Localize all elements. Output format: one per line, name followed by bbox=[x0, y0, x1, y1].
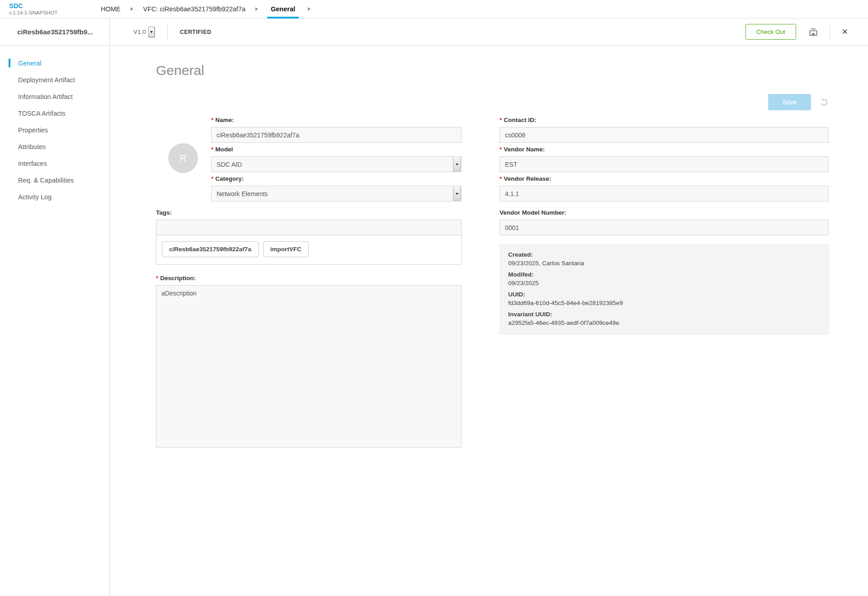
breadcrumb-vfc-label: VFC: ciResb6ae3521759fb922af7a bbox=[143, 5, 246, 13]
divider bbox=[830, 24, 830, 40]
description-textarea[interactable]: aDescription bbox=[156, 285, 462, 448]
vendor-name-field-group: * Vendor Name: bbox=[500, 145, 829, 172]
refresh-icon bbox=[819, 98, 829, 107]
model-field-group: * Model SDC AID bbox=[211, 145, 462, 172]
breadcrumb: HOME VFC: ciResb6ae3521759fb922af7a Gene… bbox=[97, 0, 317, 18]
tags-label: Tags: bbox=[156, 209, 462, 217]
sidebar-item-information-artifact[interactable]: Information Artifact bbox=[0, 88, 109, 105]
breadcrumb-general-label: General bbox=[271, 5, 295, 13]
created-value: 09/23/2025, Carlos Santana bbox=[508, 260, 820, 267]
tags-container: ciResb6ae3521759fb922af7a importVFC bbox=[156, 235, 462, 265]
version-dropdown-spinner[interactable] bbox=[148, 27, 155, 38]
required-marker: * bbox=[156, 274, 158, 282]
breadcrumb-home-label: HOME bbox=[101, 5, 121, 13]
breadcrumb-arrow-icon bbox=[131, 7, 133, 11]
general-page: General R * Name: bbox=[110, 46, 868, 596]
sidebar-menu: General Deployment Artifact Information … bbox=[0, 46, 109, 205]
category-label: * Category: bbox=[211, 175, 462, 183]
vendor-model-number-field-group: Vendor Model Number: bbox=[500, 209, 829, 235]
invariant-uuid-label: Invariant UUID: bbox=[508, 311, 820, 318]
contact-id-label: * Contact ID: bbox=[500, 116, 829, 124]
tag-chip[interactable]: importVFC bbox=[263, 241, 309, 257]
chevron-down-icon bbox=[456, 164, 458, 165]
required-marker: * bbox=[500, 175, 502, 183]
name-label: * Name: bbox=[211, 116, 462, 124]
save-button[interactable]: Save bbox=[768, 94, 811, 110]
avatar: R bbox=[168, 143, 198, 173]
close-button[interactable]: ✕ bbox=[842, 28, 848, 36]
name-field-group: * Name: bbox=[211, 116, 462, 143]
avatar-letter: R bbox=[180, 153, 186, 164]
sidebar: ciResb6ae3521759fb9... General Deploymen… bbox=[0, 19, 110, 596]
uuid-value: fd3dd69a-610d-45c5-84e4-be28192385e9 bbox=[508, 300, 820, 306]
sidebar-item-label: Information Artifact bbox=[18, 93, 73, 100]
vendor-release-label: * Vendor Release: bbox=[500, 175, 829, 183]
vendor-release-input[interactable] bbox=[500, 186, 829, 202]
metadata-panel: Created: 09/23/2025, Carlos Santana Modi… bbox=[500, 244, 829, 335]
category-field-group: * Category: Network Elements bbox=[211, 175, 462, 202]
vendor-model-number-input[interactable] bbox=[500, 220, 829, 235]
version-label: V1.0 bbox=[133, 28, 146, 35]
breadcrumb-general[interactable]: General bbox=[264, 0, 302, 19]
select-dropdown-button[interactable] bbox=[453, 187, 461, 201]
sidebar-item-label: Deployment Artifact bbox=[18, 76, 75, 84]
sidebar-item-label: Properties bbox=[18, 127, 48, 134]
sidebar-item-label: Activity Log bbox=[18, 193, 52, 201]
description-label: * Description: bbox=[156, 274, 462, 282]
active-tab-underline bbox=[267, 17, 299, 19]
breadcrumb-vfc[interactable]: VFC: ciResb6ae3521759fb922af7a bbox=[140, 0, 250, 19]
vendor-model-number-label: Vendor Model Number: bbox=[500, 209, 829, 217]
contact-id-field-group: * Contact ID: bbox=[500, 116, 829, 143]
sidebar-item-label: Interfaces bbox=[18, 160, 47, 167]
breadcrumb-arrow-icon bbox=[255, 7, 258, 11]
vendor-release-field-group: * Vendor Release: bbox=[500, 175, 829, 202]
sidebar-item-interfaces[interactable]: Interfaces bbox=[0, 155, 109, 172]
model-select[interactable]: SDC AID bbox=[211, 156, 462, 172]
required-marker: * bbox=[500, 116, 502, 124]
select-dropdown-button[interactable] bbox=[453, 157, 461, 171]
created-label: Created: bbox=[508, 251, 820, 258]
breadcrumb-home[interactable]: HOME bbox=[97, 0, 124, 19]
chevron-down-icon bbox=[150, 31, 153, 33]
vendor-name-input[interactable] bbox=[500, 156, 829, 172]
required-marker: * bbox=[211, 145, 213, 154]
sidebar-item-deployment-artifact[interactable]: Deployment Artifact bbox=[0, 71, 109, 88]
app-logo[interactable]: SDC bbox=[9, 2, 97, 9]
required-marker: * bbox=[211, 175, 213, 183]
vendor-name-label: * Vendor Name: bbox=[500, 145, 829, 154]
category-select[interactable]: Network Elements bbox=[211, 186, 462, 202]
sidebar-item-attributes[interactable]: Attributes bbox=[0, 138, 109, 155]
sidebar-item-properties[interactable]: Properties bbox=[0, 122, 109, 138]
tags-field-group: Tags: ciResb6ae3521759fb922af7a importVF… bbox=[156, 209, 462, 265]
sidebar-item-req-capabilities[interactable]: Req. & Capabilities bbox=[0, 172, 109, 188]
sidebar-item-label: General bbox=[18, 60, 42, 67]
sidebar-item-tosca-artifacts[interactable]: TOSCA Artifacts bbox=[0, 105, 109, 122]
check-out-button[interactable]: Check Out bbox=[745, 24, 796, 40]
page-title: General bbox=[156, 63, 868, 78]
tag-chip[interactable]: ciResb6ae3521759fb922af7a bbox=[162, 241, 259, 257]
sidebar-item-label: Attributes bbox=[18, 143, 46, 150]
tags-input[interactable] bbox=[156, 220, 462, 235]
category-selected-value: Network Elements bbox=[217, 190, 268, 197]
version-selector[interactable]: V1.0 bbox=[133, 27, 155, 38]
description-field-group: * Description: aDescription bbox=[156, 274, 462, 450]
model-label: * Model bbox=[211, 145, 462, 154]
app-version: v.1.14.1-SNAPSHOT bbox=[9, 10, 97, 15]
required-marker: * bbox=[211, 116, 213, 124]
contact-id-input[interactable] bbox=[500, 127, 829, 143]
name-input[interactable] bbox=[211, 127, 462, 143]
sidebar-item-general[interactable]: General bbox=[0, 55, 109, 71]
divider bbox=[167, 24, 168, 40]
close-icon: ✕ bbox=[842, 28, 848, 36]
model-selected-value: SDC AID bbox=[217, 161, 242, 168]
uuid-label: UUID: bbox=[508, 291, 820, 298]
logo-block: SDC v.1.14.1-SNAPSHOT bbox=[0, 0, 97, 18]
sidebar-entity-name: ciResb6ae3521759fb9... bbox=[0, 19, 109, 46]
sidebar-item-activity-log[interactable]: Activity Log bbox=[0, 188, 109, 205]
invariant-uuid-value: a2952fa5-46ec-4935-aedf-0f7a009ce49e bbox=[508, 319, 820, 326]
print-button[interactable] bbox=[808, 27, 819, 37]
required-marker: * bbox=[500, 145, 502, 154]
breadcrumb-arrow-icon bbox=[308, 7, 311, 11]
revert-button[interactable] bbox=[819, 98, 829, 107]
save-row: Save bbox=[500, 93, 829, 112]
